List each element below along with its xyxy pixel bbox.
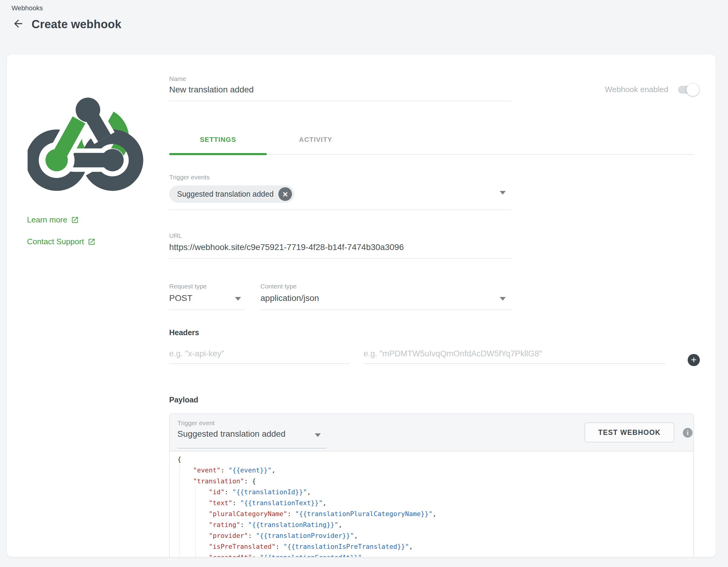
- payload-header: Trigger event Suggested translation adde…: [170, 414, 693, 451]
- webhook-logo: [28, 80, 148, 193]
- payload-trigger-event-label: Trigger event: [177, 419, 215, 427]
- chevron-down-icon[interactable]: [235, 297, 241, 300]
- trigger-events-label: Trigger events: [169, 174, 210, 181]
- chip-label: Suggested translation added: [177, 190, 273, 199]
- name-label: Name: [169, 75, 186, 82]
- page-title: Create webhook: [32, 18, 121, 31]
- info-icon[interactable]: i: [683, 428, 693, 438]
- back-button[interactable]: [12, 18, 25, 31]
- title-bar: Create webhook: [12, 18, 121, 31]
- payload-code-lines: { "event": "{{event}}", "translation": {…: [177, 454, 693, 557]
- chevron-down-icon[interactable]: [500, 191, 506, 195]
- breadcrumb[interactable]: Webhooks: [12, 4, 43, 12]
- learn-more-link[interactable]: Learn more: [27, 215, 79, 225]
- learn-more-label: Learn more: [27, 215, 67, 225]
- content-type-underline: [260, 309, 512, 310]
- tab-settings[interactable]: SETTINGS: [169, 136, 267, 153]
- name-input[interactable]: [169, 85, 512, 101]
- url-label: URL: [169, 232, 182, 240]
- tab-activity[interactable]: ACTIVITY: [267, 136, 364, 153]
- payload-code[interactable]: { "event": "{{event}}", "translation": {…: [170, 451, 693, 557]
- webhook-enabled-label: Webhook enabled: [605, 85, 668, 94]
- contact-support-link[interactable]: Contact Support: [27, 237, 96, 247]
- payload-title: Payload: [169, 395, 198, 404]
- add-header-button[interactable]: +: [688, 354, 700, 366]
- url-input[interactable]: [169, 243, 512, 259]
- open-in-new-icon: [71, 216, 79, 224]
- request-type-label: Request type: [169, 283, 207, 290]
- active-tab-indicator: [169, 153, 267, 155]
- payload-trigger-event-underline: [177, 448, 327, 448]
- arrow-back-icon: [12, 18, 24, 31]
- payload-trigger-event-select[interactable]: Suggested translation added: [177, 429, 286, 439]
- header-key-input[interactable]: [169, 349, 349, 364]
- content-type-select[interactable]: application/json: [260, 293, 319, 303]
- webhook-enabled-toggle[interactable]: [678, 86, 697, 94]
- headers-title: Headers: [169, 328, 199, 337]
- content-type-label: Content type: [260, 283, 297, 290]
- request-type-underline: [169, 309, 246, 310]
- open-in-new-icon: [88, 238, 96, 246]
- chevron-down-icon[interactable]: [500, 297, 506, 300]
- payload-panel: Trigger event Suggested translation adde…: [169, 413, 694, 557]
- header-value-input[interactable]: [364, 349, 665, 364]
- trigger-event-chip[interactable]: Suggested translation added ×: [169, 186, 294, 203]
- chevron-down-icon[interactable]: [315, 433, 321, 437]
- request-type-select[interactable]: POST: [169, 293, 192, 303]
- contact-support-label: Contact Support: [27, 237, 84, 247]
- test-webhook-button[interactable]: TEST WEBHOOK: [585, 422, 674, 442]
- plus-icon: +: [691, 355, 697, 364]
- trigger-events-underline: [169, 210, 512, 210]
- chip-remove-icon[interactable]: ×: [278, 187, 292, 201]
- webhook-enabled-row: Webhook enabled: [605, 85, 697, 94]
- webhook-card: Learn more Contact Support Name Webhook …: [7, 55, 716, 557]
- toggle-thumb: [686, 83, 699, 96]
